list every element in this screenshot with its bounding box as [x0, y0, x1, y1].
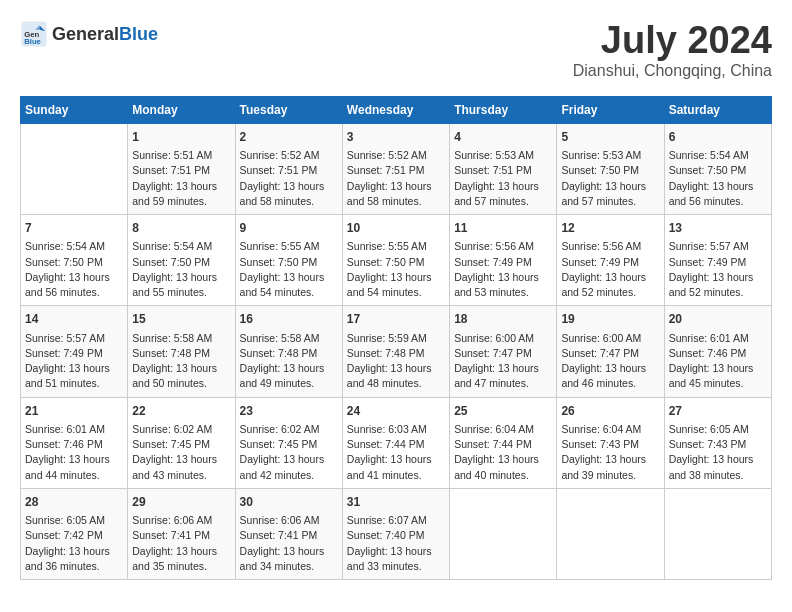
day-info: Sunrise: 5:58 AMSunset: 7:48 PMDaylight:…	[240, 331, 338, 392]
day-number: 29	[132, 494, 230, 511]
day-info: Sunrise: 6:04 AMSunset: 7:43 PMDaylight:…	[561, 422, 659, 483]
calendar-cell: 25Sunrise: 6:04 AMSunset: 7:44 PMDayligh…	[450, 397, 557, 488]
calendar-cell: 13Sunrise: 5:57 AMSunset: 7:49 PMDayligh…	[664, 215, 771, 306]
page-title: July 2024	[573, 20, 772, 62]
day-number: 26	[561, 403, 659, 420]
calendar-cell: 11Sunrise: 5:56 AMSunset: 7:49 PMDayligh…	[450, 215, 557, 306]
day-number: 22	[132, 403, 230, 420]
day-info: Sunrise: 5:58 AMSunset: 7:48 PMDaylight:…	[132, 331, 230, 392]
title-section: July 2024 Dianshui, Chongqing, China	[573, 20, 772, 80]
day-info: Sunrise: 6:01 AMSunset: 7:46 PMDaylight:…	[669, 331, 767, 392]
calendar-cell	[21, 123, 128, 214]
calendar-cell: 30Sunrise: 6:06 AMSunset: 7:41 PMDayligh…	[235, 488, 342, 579]
day-info: Sunrise: 6:07 AMSunset: 7:40 PMDaylight:…	[347, 513, 445, 574]
day-info: Sunrise: 6:05 AMSunset: 7:42 PMDaylight:…	[25, 513, 123, 574]
calendar-cell	[557, 488, 664, 579]
calendar-cell: 6Sunrise: 5:54 AMSunset: 7:50 PMDaylight…	[664, 123, 771, 214]
calendar-cell: 31Sunrise: 6:07 AMSunset: 7:40 PMDayligh…	[342, 488, 449, 579]
calendar-cell: 9Sunrise: 5:55 AMSunset: 7:50 PMDaylight…	[235, 215, 342, 306]
day-info: Sunrise: 6:05 AMSunset: 7:43 PMDaylight:…	[669, 422, 767, 483]
day-info: Sunrise: 5:52 AMSunset: 7:51 PMDaylight:…	[240, 148, 338, 209]
calendar-cell: 28Sunrise: 6:05 AMSunset: 7:42 PMDayligh…	[21, 488, 128, 579]
day-info: Sunrise: 5:57 AMSunset: 7:49 PMDaylight:…	[25, 331, 123, 392]
calendar-cell: 27Sunrise: 6:05 AMSunset: 7:43 PMDayligh…	[664, 397, 771, 488]
day-info: Sunrise: 5:55 AMSunset: 7:50 PMDaylight:…	[347, 239, 445, 300]
day-number: 27	[669, 403, 767, 420]
day-number: 17	[347, 311, 445, 328]
calendar-week-5: 28Sunrise: 6:05 AMSunset: 7:42 PMDayligh…	[21, 488, 772, 579]
day-info: Sunrise: 6:04 AMSunset: 7:44 PMDaylight:…	[454, 422, 552, 483]
calendar-cell: 20Sunrise: 6:01 AMSunset: 7:46 PMDayligh…	[664, 306, 771, 397]
calendar-cell	[450, 488, 557, 579]
page-subtitle: Dianshui, Chongqing, China	[573, 62, 772, 80]
logo-icon: Gen Blue	[20, 20, 48, 48]
calendar-cell: 8Sunrise: 5:54 AMSunset: 7:50 PMDaylight…	[128, 215, 235, 306]
calendar-cell: 2Sunrise: 5:52 AMSunset: 7:51 PMDaylight…	[235, 123, 342, 214]
day-info: Sunrise: 6:06 AMSunset: 7:41 PMDaylight:…	[240, 513, 338, 574]
calendar-cell: 14Sunrise: 5:57 AMSunset: 7:49 PMDayligh…	[21, 306, 128, 397]
day-number: 21	[25, 403, 123, 420]
day-info: Sunrise: 6:06 AMSunset: 7:41 PMDaylight:…	[132, 513, 230, 574]
page-header: Gen Blue GeneralBlue July 2024 Dianshui,…	[20, 20, 772, 80]
day-info: Sunrise: 6:00 AMSunset: 7:47 PMDaylight:…	[561, 331, 659, 392]
calendar-cell: 19Sunrise: 6:00 AMSunset: 7:47 PMDayligh…	[557, 306, 664, 397]
day-number: 24	[347, 403, 445, 420]
day-number: 6	[669, 129, 767, 146]
calendar-cell: 24Sunrise: 6:03 AMSunset: 7:44 PMDayligh…	[342, 397, 449, 488]
day-number: 20	[669, 311, 767, 328]
calendar-cell: 10Sunrise: 5:55 AMSunset: 7:50 PMDayligh…	[342, 215, 449, 306]
day-number: 15	[132, 311, 230, 328]
day-info: Sunrise: 5:59 AMSunset: 7:48 PMDaylight:…	[347, 331, 445, 392]
day-number: 10	[347, 220, 445, 237]
calendar-cell: 5Sunrise: 5:53 AMSunset: 7:50 PMDaylight…	[557, 123, 664, 214]
day-info: Sunrise: 5:54 AMSunset: 7:50 PMDaylight:…	[669, 148, 767, 209]
calendar-cell: 26Sunrise: 6:04 AMSunset: 7:43 PMDayligh…	[557, 397, 664, 488]
svg-text:Blue: Blue	[24, 37, 41, 46]
day-number: 28	[25, 494, 123, 511]
calendar-week-4: 21Sunrise: 6:01 AMSunset: 7:46 PMDayligh…	[21, 397, 772, 488]
day-number: 16	[240, 311, 338, 328]
day-info: Sunrise: 5:54 AMSunset: 7:50 PMDaylight:…	[132, 239, 230, 300]
calendar-week-1: 1Sunrise: 5:51 AMSunset: 7:51 PMDaylight…	[21, 123, 772, 214]
calendar-cell: 4Sunrise: 5:53 AMSunset: 7:51 PMDaylight…	[450, 123, 557, 214]
day-header-saturday: Saturday	[664, 96, 771, 123]
day-number: 12	[561, 220, 659, 237]
day-number: 5	[561, 129, 659, 146]
day-number: 25	[454, 403, 552, 420]
day-number: 18	[454, 311, 552, 328]
day-number: 3	[347, 129, 445, 146]
logo-general-text: General	[52, 24, 119, 44]
day-number: 1	[132, 129, 230, 146]
calendar-header-row: SundayMondayTuesdayWednesdayThursdayFrid…	[21, 96, 772, 123]
day-number: 2	[240, 129, 338, 146]
day-number: 9	[240, 220, 338, 237]
day-number: 7	[25, 220, 123, 237]
calendar-body: 1Sunrise: 5:51 AMSunset: 7:51 PMDaylight…	[21, 123, 772, 579]
day-info: Sunrise: 5:55 AMSunset: 7:50 PMDaylight:…	[240, 239, 338, 300]
day-info: Sunrise: 5:57 AMSunset: 7:49 PMDaylight:…	[669, 239, 767, 300]
calendar-cell: 21Sunrise: 6:01 AMSunset: 7:46 PMDayligh…	[21, 397, 128, 488]
day-header-monday: Monday	[128, 96, 235, 123]
calendar-cell: 29Sunrise: 6:06 AMSunset: 7:41 PMDayligh…	[128, 488, 235, 579]
calendar-cell: 15Sunrise: 5:58 AMSunset: 7:48 PMDayligh…	[128, 306, 235, 397]
day-info: Sunrise: 5:56 AMSunset: 7:49 PMDaylight:…	[454, 239, 552, 300]
day-number: 11	[454, 220, 552, 237]
day-number: 19	[561, 311, 659, 328]
day-info: Sunrise: 5:51 AMSunset: 7:51 PMDaylight:…	[132, 148, 230, 209]
day-header-wednesday: Wednesday	[342, 96, 449, 123]
calendar-cell: 16Sunrise: 5:58 AMSunset: 7:48 PMDayligh…	[235, 306, 342, 397]
day-header-friday: Friday	[557, 96, 664, 123]
day-header-thursday: Thursday	[450, 96, 557, 123]
day-info: Sunrise: 5:54 AMSunset: 7:50 PMDaylight:…	[25, 239, 123, 300]
day-number: 4	[454, 129, 552, 146]
logo-blue-text: Blue	[119, 24, 158, 44]
logo: Gen Blue GeneralBlue	[20, 20, 158, 48]
day-number: 8	[132, 220, 230, 237]
calendar-cell	[664, 488, 771, 579]
day-number: 13	[669, 220, 767, 237]
day-header-sunday: Sunday	[21, 96, 128, 123]
day-info: Sunrise: 5:53 AMSunset: 7:51 PMDaylight:…	[454, 148, 552, 209]
day-info: Sunrise: 5:56 AMSunset: 7:49 PMDaylight:…	[561, 239, 659, 300]
calendar-table: SundayMondayTuesdayWednesdayThursdayFrid…	[20, 96, 772, 580]
day-info: Sunrise: 5:53 AMSunset: 7:50 PMDaylight:…	[561, 148, 659, 209]
